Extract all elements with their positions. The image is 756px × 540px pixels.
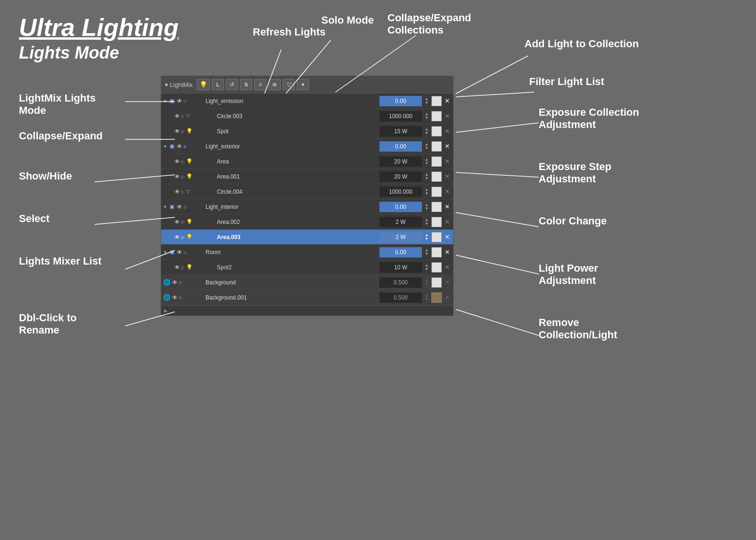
swatch-emission[interactable]	[431, 96, 442, 106]
name-background[interactable]: Background	[206, 279, 379, 286]
value-area003[interactable]: 2 W	[379, 232, 422, 242]
eye-icon-emission[interactable]: 👁	[177, 98, 182, 104]
brain-icon-btn[interactable]: 💡	[197, 79, 210, 90]
eye-circle003[interactable]: 👁	[174, 113, 180, 120]
add-light-btn[interactable]: ⊕	[268, 79, 281, 90]
name-circle004[interactable]: Circle.004	[217, 189, 379, 195]
row-circle003[interactable]: 👁 ▷ ▽ Circle.003 1000.000 ▲ ▼ ✕	[161, 109, 453, 124]
arrows-emission[interactable]: ▲ ▼	[423, 97, 430, 105]
name-circle003[interactable]: Circle.003	[217, 113, 379, 120]
swatch-area002[interactable]	[431, 217, 442, 227]
value-background001[interactable]: 0.500	[379, 292, 422, 303]
remove-spot[interactable]: ✕	[443, 128, 451, 135]
arrows-area[interactable]: ▲ ▼	[423, 158, 430, 165]
value-spot2[interactable]: 10 W	[379, 262, 422, 273]
eye-spot2[interactable]: 👁	[174, 264, 180, 271]
eye-bg001[interactable]: 👁	[172, 294, 178, 301]
value-area[interactable]: 20 W	[379, 156, 422, 167]
name-area001[interactable]: Area.001	[217, 173, 379, 180]
collection-row-room[interactable]: ▼ ▣ 👁 ▷ Room 0.00 ▲ ▼ ✕	[161, 245, 453, 260]
eye-interior[interactable]: 👁	[177, 204, 182, 210]
swatch-area001[interactable]	[431, 171, 442, 182]
collection-row-exterior[interactable]: ▼ ▣ 👁 ▶ Light_exterior 0.00 ▲ ▼ ✕	[161, 139, 453, 154]
value-room[interactable]: 0.00	[379, 247, 422, 257]
arrows-interior[interactable]: ▲ ▼	[423, 203, 430, 211]
value-spot[interactable]: 15 W	[379, 126, 422, 137]
swatch-room[interactable]	[431, 247, 442, 257]
remove-background001[interactable]: ✕	[443, 294, 451, 301]
remove-background[interactable]: ✕	[443, 279, 451, 286]
name-spot[interactable]: Spot	[217, 128, 379, 135]
eye-area001[interactable]: 👁	[174, 173, 180, 180]
arrows-room[interactable]: ▲ ▼	[423, 249, 430, 256]
value-area002[interactable]: 2 W	[379, 217, 422, 227]
arrows-area003[interactable]: ▲ ▼	[423, 233, 430, 241]
eye-area002[interactable]: 👁	[174, 219, 180, 225]
collection-row-emission[interactable]: ▼ ▣ 👁 ▷ Light_emission 0.00 ▲ ▼ ✕	[161, 94, 453, 109]
arrows-area001[interactable]: ▲ ▼	[423, 173, 430, 180]
remove-emission[interactable]: ✕	[443, 97, 451, 104]
value-area001[interactable]: 20 W	[379, 171, 422, 182]
swatch-background[interactable]	[431, 277, 442, 288]
row-spot2[interactable]: 👁 ▷ 💡 Spot2 10 W ▲ ▼ ✕	[161, 260, 453, 275]
row-area002[interactable]: 👁 ▷ 💡 Area.002 2 W ▲ ▼ ✕	[161, 214, 453, 230]
swatch-circle004[interactable]	[431, 187, 442, 197]
name-background001[interactable]: Background.001	[206, 294, 379, 301]
remove-area003[interactable]: ✕	[443, 233, 451, 240]
remove-circle003[interactable]: ✕	[443, 112, 451, 120]
filter-btn[interactable]: ▽	[283, 79, 295, 90]
eye-room[interactable]: 👁	[177, 249, 182, 256]
eye-bg[interactable]: 👁	[172, 279, 178, 286]
arrows-area002[interactable]: ▲ ▼	[423, 218, 430, 226]
swatch-area003[interactable]	[431, 232, 442, 242]
swatch-spot[interactable]	[431, 126, 442, 137]
eye-circle004[interactable]: 👁	[174, 189, 180, 195]
name-interior[interactable]: Light_interior	[206, 204, 379, 210]
remove-interior[interactable]: ✕	[443, 203, 451, 210]
value-exterior[interactable]: 0.00	[379, 141, 422, 152]
remove-area001[interactable]: ✕	[443, 173, 451, 180]
name-area[interactable]: Area	[217, 158, 379, 165]
swatch-background001[interactable]	[431, 292, 442, 303]
arrows-background001[interactable]: ▲ ▼	[423, 294, 430, 301]
arrows-exterior[interactable]: ▲ ▼	[423, 143, 430, 150]
swatch-interior[interactable]	[431, 202, 442, 212]
value-circle004[interactable]: 1000.000	[379, 187, 422, 197]
name-area003[interactable]: Area.003	[217, 234, 379, 240]
collapse-tri-room[interactable]: ▼	[163, 250, 167, 255]
filter-dropdown-btn[interactable]: ▾	[297, 79, 309, 90]
eye-area003[interactable]: 👁	[174, 234, 180, 240]
value-circle003[interactable]: 1000.000	[379, 111, 422, 121]
remove-circle004[interactable]: ✕	[443, 188, 451, 195]
arrows-circle004[interactable]: ▲ ▼	[423, 188, 430, 196]
name-exterior[interactable]: Light_exterior	[206, 143, 379, 150]
remove-spot2[interactable]: ✕	[443, 264, 451, 271]
collapse-tri-exterior[interactable]: ▼	[163, 144, 167, 149]
remove-room[interactable]: ✕	[443, 249, 451, 256]
row-circle004[interactable]: 👁 ▷ ▽ Circle.004 1000.000 ▲ ▼ ✕	[161, 184, 453, 199]
collapse-tri-interior[interactable]: ▼	[163, 205, 167, 209]
refresh-btn[interactable]: ↺	[226, 79, 238, 90]
row-background001[interactable]: 🌐 👁 ▷ Background.001 0.500 ▲ ▼ ✕	[161, 290, 453, 305]
remove-area002[interactable]: ✕	[443, 218, 451, 225]
row-area[interactable]: 👁 ▷ 💡 Area 20 W ▲ ▼ ✕	[161, 154, 453, 169]
eye-spot[interactable]: 👁	[174, 128, 180, 135]
row-spot[interactable]: 👁 ▷ 💡 Spot 15 W ▲ ▼ ✕	[161, 124, 453, 139]
solo-btn[interactable]: S	[240, 79, 252, 90]
name-spot2[interactable]: Spot2	[217, 264, 379, 271]
arrows-spot[interactable]: ▲ ▼	[423, 128, 430, 135]
swatch-spot2[interactable]	[431, 262, 442, 273]
swatch-circle003[interactable]	[431, 111, 442, 121]
arrow-down-emission[interactable]: ▼	[425, 101, 429, 105]
row-area003[interactable]: 👁 ▷ 💡 Area.003 2 W ▲ ▼ ✕	[161, 230, 453, 245]
footer-arrow[interactable]: ▶	[164, 308, 168, 313]
arrows-circle003[interactable]: ▲ ▼	[423, 112, 430, 120]
value-background[interactable]: 0.500	[379, 277, 422, 288]
row-value-emission[interactable]: 0.00	[379, 96, 422, 106]
name-room[interactable]: Room	[206, 249, 379, 256]
row-background[interactable]: 🌐 👁 ▷ Background 0.500 ▲ ▼ ✕	[161, 275, 453, 290]
swatch-area[interactable]	[431, 156, 442, 167]
row-area001[interactable]: 👁 ▷ 💡 Area.001 20 W ▲ ▼ ✕	[161, 169, 453, 184]
lights-mode-btn[interactable]: L	[212, 79, 224, 90]
remove-area[interactable]: ✕	[443, 158, 451, 165]
